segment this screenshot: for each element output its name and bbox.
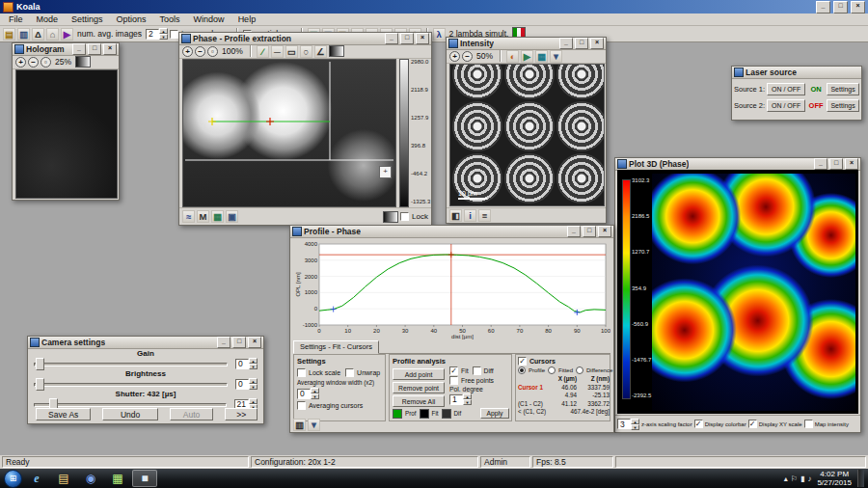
save-as-button[interactable]: Save As — [36, 408, 91, 420]
profile-mode-icon[interactable]: ≈ — [182, 210, 195, 223]
delta-icon[interactable]: Δ — [32, 28, 44, 41]
lock-scale-checkbox[interactable]: Lock scale — [297, 368, 340, 377]
phase-image[interactable] — [182, 59, 396, 207]
info-icon[interactable]: i — [464, 209, 476, 222]
zoom-in-icon[interactable]: + — [182, 46, 193, 57]
remove-all-button[interactable]: Remove All — [393, 395, 445, 407]
maximize-button[interactable]: □ — [88, 43, 101, 55]
taskbar-app-icon[interactable]: ▦ — [105, 470, 130, 487]
close-button[interactable]: × — [845, 158, 858, 170]
spin-down[interactable]: ▼ — [159, 34, 168, 40]
extract-icon[interactable]: ▶ — [521, 50, 533, 63]
save-icon[interactable]: ▥ — [17, 28, 30, 41]
zoom-in-icon[interactable]: + — [15, 57, 26, 68]
intensity-image[interactable]: 10 µm — [449, 64, 605, 206]
app-close-button[interactable]: × — [851, 1, 865, 14]
minimize-button[interactable]: _ — [217, 337, 231, 348]
h-profile-icon[interactable]: ─ — [271, 45, 284, 58]
autoscale-icon[interactable]: ◐ — [506, 50, 519, 63]
plot3d-surface[interactable] — [652, 174, 855, 411]
slider[interactable] — [34, 378, 228, 390]
add-point-button[interactable]: Add point — [393, 368, 445, 380]
minimize-button[interactable]: _ — [559, 38, 573, 49]
open-icon[interactable]: ▤ — [3, 28, 15, 41]
camera-titlebar[interactable]: Camera settings_□× — [28, 337, 263, 349]
checkbox-box[interactable] — [345, 368, 354, 377]
averaging-cursors-checkbox[interactable]: Averaging cursors — [297, 401, 363, 410]
rect-roi-icon[interactable]: ▭ — [285, 45, 298, 58]
close-button[interactable]: × — [590, 38, 604, 49]
laser-titlebar[interactable]: Laser source — [732, 67, 861, 79]
taskbar-clock[interactable]: 4:02 PM 5/27/2015 — [817, 470, 852, 487]
source1-onoff-button[interactable]: ON / OFF — [767, 83, 805, 95]
checkbox-box[interactable] — [449, 376, 458, 385]
checkbox-box[interactable] — [473, 366, 481, 375]
checkbox-box[interactable]: ✓ — [449, 366, 458, 375]
app-minimize-button[interactable]: _ — [816, 1, 830, 14]
spin-down[interactable]: ▼ — [463, 399, 472, 405]
colormap-icon[interactable] — [75, 56, 91, 68]
tray-flag-icon[interactable]: ⚐ — [791, 474, 798, 483]
menu-settings[interactable]: Settings — [65, 14, 110, 24]
app-titlebar[interactable]: Koala _ □ × — [0, 0, 868, 14]
taskbar-koala-icon[interactable]: ■ — [132, 470, 157, 487]
export-icon[interactable]: ▼ — [308, 419, 320, 431]
slider-spinner[interactable]: 0▲▼ — [235, 378, 258, 390]
avg-width-spinner[interactable]: 0 ▲▼ — [297, 388, 319, 399]
checkbox-box[interactable] — [804, 420, 813, 428]
menu-file[interactable]: File — [2, 14, 30, 24]
menu-mode[interactable]: Mode — [30, 14, 66, 24]
maximize-button[interactable]: □ — [829, 158, 843, 170]
app-maximize-button[interactable]: □ — [833, 1, 848, 14]
show-desktop-button[interactable] — [857, 470, 864, 487]
hologram-image[interactable] — [15, 69, 118, 199]
zoom-in-icon[interactable]: + — [449, 51, 460, 62]
spin-down[interactable]: ▼ — [311, 393, 319, 399]
list-icon[interactable]: ≡ — [478, 209, 491, 222]
profile-titlebar[interactable]: Profile - Phase_□× — [290, 226, 613, 238]
close-button[interactable]: × — [103, 43, 117, 55]
minimize-button[interactable]: _ — [385, 33, 398, 44]
maximize-button[interactable]: □ — [575, 38, 588, 49]
fit-color-swatch[interactable] — [420, 409, 429, 419]
pol-degree-spinner[interactable]: 1 ▲▼ — [449, 393, 472, 405]
source1-settings-button[interactable]: Settings — [827, 83, 859, 95]
tab-settings-fit-cursors[interactable]: Settings - Fit - Cursors — [293, 340, 379, 354]
slider-spinner[interactable]: 0▲▼ — [235, 358, 258, 369]
menu-options[interactable]: Options — [110, 14, 153, 24]
slider-thumb[interactable] — [36, 378, 44, 391]
unwrap-checkbox[interactable]: Unwrap — [345, 368, 380, 377]
colormap-icon[interactable] — [329, 45, 344, 57]
apply-button[interactable]: Apply — [480, 408, 509, 419]
adjust-icon[interactable]: ◧ — [449, 209, 462, 222]
line-profile-icon[interactable]: ∕ — [257, 45, 269, 58]
taskbar-media-icon[interactable]: ◉ — [78, 470, 103, 487]
plot3d-canvas[interactable]: 3102.32186.51270.7354.9-560.9-1476.7-239… — [617, 170, 858, 414]
slider-thumb[interactable] — [36, 358, 44, 370]
export-icon[interactable]: ▼ — [550, 50, 562, 63]
snapshot-icon[interactable]: ▣ — [226, 210, 238, 223]
maximize-button[interactable]: □ — [583, 226, 596, 237]
close-button[interactable]: × — [248, 337, 261, 348]
close-button[interactable]: × — [416, 33, 429, 44]
checkbox-box[interactable]: ✓ — [748, 420, 757, 428]
lambda-icon[interactable]: λ — [433, 28, 446, 41]
cursors-checkbox[interactable]: ✓ Cursors — [518, 357, 556, 366]
maximize-button[interactable]: □ — [400, 33, 414, 44]
menu-tools[interactable]: Tools — [153, 14, 187, 24]
fitted-radio[interactable] — [548, 366, 556, 374]
more-button[interactable]: >> — [225, 408, 258, 420]
zoom-out-icon[interactable]: − — [462, 51, 473, 62]
grid-overlay-icon[interactable]: ▦ — [211, 210, 224, 223]
profile-plot[interactable]: -100001000200030004000010203040506070809… — [293, 239, 610, 339]
minimize-button[interactable]: _ — [72, 43, 86, 55]
display-xy-checkbox[interactable]: ✓ Display XY scale — [748, 420, 802, 428]
checkbox-box[interactable] — [400, 212, 409, 221]
start-button[interactable]: ⊞ — [4, 470, 22, 488]
taskbar-ie-icon[interactable]: e — [24, 470, 49, 487]
slider[interactable] — [34, 358, 228, 369]
zoom-out-icon[interactable]: − — [28, 57, 39, 68]
minimize-button[interactable]: _ — [567, 226, 581, 237]
checkbox-box[interactable] — [297, 368, 306, 377]
free-points-checkbox[interactable]: Free points — [449, 376, 494, 385]
